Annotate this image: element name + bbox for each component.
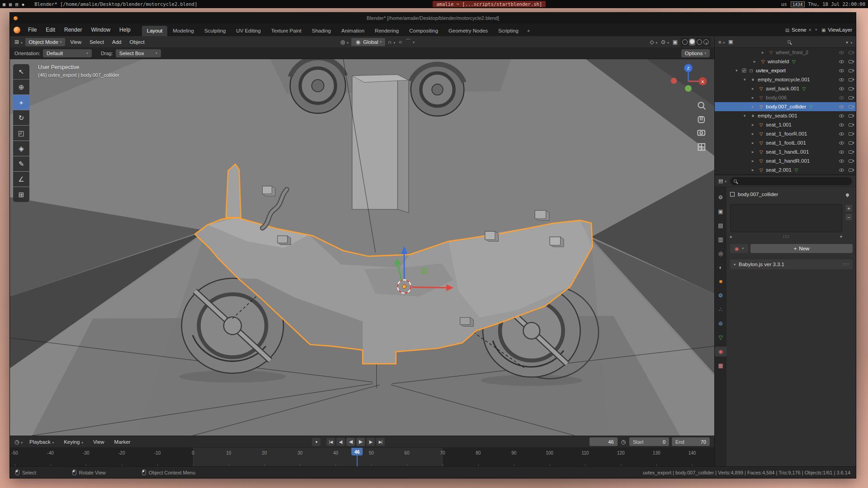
tab-scene[interactable]: ◎: [715, 249, 726, 258]
gizmo-y-ball[interactable]: [685, 85, 692, 92]
tool-transform[interactable]: ◈: [13, 141, 29, 156]
slot-specials-menu[interactable]: ▾: [840, 234, 842, 239]
viewport-canvas[interactable]: Z X: [10, 59, 714, 436]
outliner-row-axel-back[interactable]: ▸▽ axel_back.001▽: [715, 84, 856, 93]
window-titlebar[interactable]: Blender* [/home/amalie/Desktop/blender/m…: [10, 13, 856, 23]
material-slot-list[interactable]: [730, 204, 842, 232]
timeline-ruler[interactable]: 46 -50-40-30-20-100102030405060708090100…: [10, 448, 714, 467]
drag-dropdown[interactable]: Select Box: [116, 49, 161, 57]
playhead-chip[interactable]: 46: [351, 448, 363, 455]
viewport-3d[interactable]: Z X: [10, 59, 714, 436]
window-switch-icon[interactable]: ▧: [9, 2, 12, 7]
menu-file[interactable]: File: [24, 25, 41, 34]
properties-editor-type-button[interactable]: ▤: [718, 178, 726, 184]
end-frame-field[interactable]: End70: [672, 437, 710, 446]
jump-to-end-button[interactable]: ▶|: [376, 438, 385, 446]
timeline-editor-type-button[interactable]: ◷: [14, 439, 24, 445]
render-toggle[interactable]: [849, 114, 853, 117]
breadcrumb-object-name[interactable]: body.007_collider: [738, 192, 778, 197]
tab-material[interactable]: ◉: [715, 347, 726, 357]
tab-output[interactable]: ▤: [715, 221, 726, 230]
menu-marker[interactable]: Marker: [110, 438, 135, 446]
mode-selector[interactable]: Object Mode: [25, 38, 66, 46]
outliner-row-seat-1-handR[interactable]: ▸▽ seat_1_handR.001: [715, 156, 856, 165]
render-toggle[interactable]: [849, 69, 853, 72]
snap-magnet-button[interactable]: ∩: [387, 39, 396, 45]
prev-keyframe-button[interactable]: ◀|: [336, 438, 345, 446]
new-material-button[interactable]: +New: [750, 244, 853, 253]
outliner-row-seat-1-footL[interactable]: ▸▽ seat_1_footL.001: [715, 138, 856, 147]
xray-toggle[interactable]: ▣: [672, 39, 679, 45]
show-gizmo-button[interactable]: ◇: [649, 39, 658, 45]
outliner-editor-type-button[interactable]: ≡: [718, 39, 725, 45]
outliner-search-icon[interactable]: [788, 40, 791, 43]
render-toggle[interactable]: [849, 96, 853, 99]
scene-selector[interactable]: ▤ Scene ×: [785, 27, 817, 33]
tab-texture[interactable]: ▦: [715, 361, 726, 371]
tab-object[interactable]: ■: [715, 277, 726, 286]
outliner-row-empty-seats[interactable]: ▾+ empty_seats.001: [715, 111, 856, 120]
tool-measure[interactable]: ∠: [13, 172, 29, 187]
render-toggle[interactable]: [849, 87, 853, 90]
tab-modeling[interactable]: Modeling: [168, 26, 199, 36]
options-button[interactable]: Options: [681, 49, 710, 57]
hide-toggle[interactable]: [839, 96, 844, 99]
panel-grip[interactable]: ∷∷: [843, 262, 849, 267]
tab-rendering[interactable]: Rendering: [370, 26, 404, 36]
outliner-filter-button[interactable]: ▼: [845, 39, 852, 45]
tab-tool[interactable]: ⚙: [715, 192, 726, 202]
auto-key-button[interactable]: ●: [312, 438, 321, 446]
tool-annotate[interactable]: ✎: [13, 156, 29, 171]
tab-texture-paint[interactable]: Texture Paint: [266, 26, 307, 36]
hide-toggle[interactable]: [839, 51, 844, 54]
collection-checkbox[interactable]: ✓: [742, 68, 746, 73]
tab-world[interactable]: ◐: [715, 263, 726, 272]
tab-particles[interactable]: ∴: [715, 305, 726, 314]
blender-logo-icon[interactable]: [14, 27, 20, 33]
outliner-row-wheel-front-2[interactable]: ▸▽ wheel_front_2: [715, 48, 856, 57]
hide-toggle[interactable]: [839, 141, 844, 145]
menu-edit[interactable]: Edit: [42, 25, 59, 34]
tool-scale[interactable]: ◰: [13, 126, 29, 141]
render-toggle[interactable]: [849, 150, 853, 154]
jump-to-start-button[interactable]: |◀: [326, 438, 335, 446]
menu-render[interactable]: Render: [60, 25, 86, 34]
hide-toggle[interactable]: [839, 160, 844, 163]
tab-physics[interactable]: ⊚: [715, 319, 726, 328]
outliner-row-seat-1-foorR[interactable]: ▸▽ seat_1_foorR.001: [715, 129, 856, 138]
tab-geometry-nodes[interactable]: Geometry Nodes: [443, 26, 493, 36]
hide-toggle[interactable]: [839, 105, 844, 108]
properties-search-input[interactable]: [730, 177, 852, 185]
tab-view-layer[interactable]: ▥: [715, 235, 726, 244]
gizmo-neg-x-ball[interactable]: [671, 78, 677, 84]
shading-rendered-button[interactable]: [703, 39, 709, 45]
render-toggle[interactable]: [849, 123, 853, 127]
shading-solid-button[interactable]: [689, 38, 695, 46]
play-button[interactable]: ▶: [356, 438, 365, 446]
files-icon[interactable]: ▤: [15, 2, 18, 7]
next-keyframe-button[interactable]: |▶: [366, 438, 375, 446]
hide-toggle[interactable]: [839, 169, 844, 172]
render-toggle[interactable]: [849, 141, 853, 145]
tool-move[interactable]: +: [13, 95, 29, 110]
babylon-panel-header[interactable]: ▾ Babylon.js ver 3.3.1 ∷∷: [730, 259, 853, 269]
shading-material-button[interactable]: [697, 39, 702, 45]
outliner-row-seat-2[interactable]: ▸▽ seat_2.001▽: [715, 165, 856, 174]
hide-toggle[interactable]: [839, 114, 844, 117]
gizmo-plane-handle[interactable]: [422, 268, 427, 273]
tab-scripting[interactable]: Scripting: [493, 26, 524, 36]
tool-add-cube[interactable]: ⊞: [13, 187, 29, 202]
browse-material-button[interactable]: ◉: [730, 244, 748, 253]
tool-rotate[interactable]: ↻: [13, 110, 29, 125]
hide-toggle[interactable]: [839, 69, 844, 72]
render-toggle[interactable]: [849, 105, 853, 108]
menu-select[interactable]: Select: [86, 38, 107, 46]
use-preview-range-icon[interactable]: ◷: [620, 439, 627, 445]
view-layer-selector[interactable]: ▣ ViewLayer: [821, 27, 852, 33]
start-frame-field[interactable]: Start0: [629, 437, 669, 446]
outliner-row-winshield[interactable]: ▸▽ winshield▽: [715, 57, 856, 66]
tab-shading[interactable]: Shading: [307, 26, 336, 36]
outliner-row-body-007-collider[interactable]: ▸▽ body.007_collider▽: [715, 102, 856, 111]
outliner-row-uvtex-export[interactable]: ▾✓ □ uvtex_export: [715, 66, 856, 75]
tool-select-box[interactable]: ↖: [13, 64, 29, 79]
